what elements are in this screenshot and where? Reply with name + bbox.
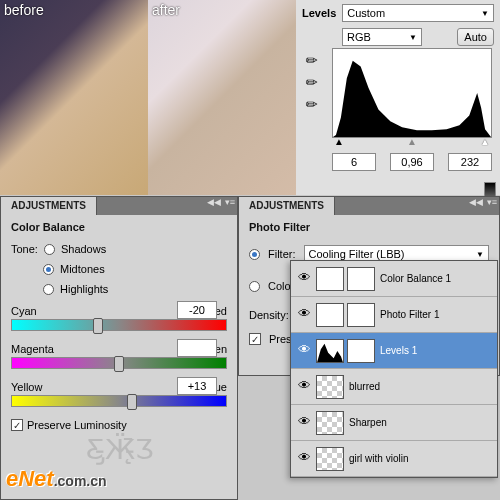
auto-button[interactable]: Auto — [457, 28, 494, 46]
levels-preset-value: Custom — [347, 7, 385, 19]
preserve-luminosity-checkbox[interactable]: ✓ — [11, 419, 23, 431]
preserve-luminosity-checkbox[interactable]: ✓ — [249, 333, 261, 345]
white-eyedropper-icon[interactable]: ✎ — [299, 91, 324, 116]
midtones-radio[interactable] — [43, 264, 54, 275]
layer-row[interactable]: 👁 blurred — [291, 369, 497, 405]
layers-popup: 👁 Color Balance 1 👁 Photo Filter 1 👁 Lev… — [290, 260, 498, 478]
slider-thumb[interactable] — [93, 318, 103, 334]
filter-value: Cooling Filter (LBB) — [309, 248, 405, 260]
layer-row[interactable]: 👁 Sharpen — [291, 405, 497, 441]
highlights-radio[interactable] — [43, 284, 54, 295]
color-slider[interactable] — [11, 395, 227, 407]
layer-name: Color Balance 1 — [378, 273, 493, 284]
panel-tabbar: ADJUSTMENTS ◀◀ ▾≡ — [239, 197, 499, 215]
slider-left-label: Magenta — [11, 343, 54, 355]
chevron-down-icon: ▼ — [481, 9, 489, 18]
visibility-icon[interactable]: 👁 — [295, 270, 313, 288]
slider-thumb[interactable] — [127, 394, 137, 410]
chevron-down-icon: ▼ — [476, 250, 484, 259]
menu-icon[interactable]: ▾≡ — [225, 197, 235, 207]
preview-area: before after — [0, 0, 296, 195]
layer-mask[interactable] — [347, 339, 375, 363]
watermark: eNet.com.cn — [6, 466, 107, 492]
layer-row[interactable]: 👁 Levels 1 — [291, 333, 497, 369]
visibility-icon[interactable]: 👁 — [295, 378, 313, 396]
channel-value: RGB — [347, 31, 371, 43]
collapse-icon[interactable]: ◀◀ — [469, 197, 483, 207]
levels-panel: Levels Custom ▼ RGB ▼ Auto ✎ ✎ ✎ ▲ ▲ ▲ 6… — [296, 0, 500, 195]
before-label: before — [4, 2, 44, 18]
slider-value[interactable]: -20 — [177, 301, 217, 319]
layer-name: blurred — [347, 381, 493, 392]
layer-name: Levels 1 — [378, 345, 493, 356]
slider-left-label: Cyan — [11, 305, 37, 317]
layer-row[interactable]: 👁 Photo Filter 1 — [291, 297, 497, 333]
photo-filter-title: Photo Filter — [239, 215, 499, 239]
watermark-brand: eNet — [6, 466, 54, 491]
density-label: Density: — [249, 309, 289, 321]
color-balance-title: Color Balance — [1, 215, 237, 239]
collapse-icon[interactable]: ◀◀ — [207, 197, 221, 207]
watermark-suffix: .com.cn — [54, 473, 107, 489]
midtones-label: Midtones — [60, 263, 105, 275]
levels-title: Levels — [302, 7, 336, 19]
butterfly-icon: Ƹ̵̡Ӝ̵̨̄Ʒ — [86, 433, 154, 466]
preserve-luminosity-label: Preserve Luminosity — [27, 419, 127, 431]
layer-thumbnail[interactable] — [316, 375, 344, 399]
histogram-area: ▲ ▲ ▲ 6 0,96 232 — [332, 48, 492, 171]
slider-value[interactable]: +13 — [177, 377, 217, 395]
layer-thumbnail[interactable] — [316, 447, 344, 471]
layer-name: Sharpen — [347, 417, 493, 428]
after-image: after — [148, 0, 296, 195]
layer-name: Photo Filter 1 — [378, 309, 493, 320]
visibility-icon[interactable]: 👁 — [295, 414, 313, 432]
slider-value[interactable] — [177, 339, 217, 357]
adjustments-tab[interactable]: ADJUSTMENTS — [1, 197, 97, 215]
layer-row[interactable]: 👁 Color Balance 1 — [291, 261, 497, 297]
color-slider[interactable] — [11, 319, 227, 331]
menu-icon[interactable]: ▾≡ — [487, 197, 497, 207]
before-image: before — [0, 0, 148, 195]
shadows-radio[interactable] — [44, 244, 55, 255]
layer-thumbnail[interactable] — [316, 411, 344, 435]
histogram[interactable] — [332, 48, 492, 138]
panel-tabbar: ADJUSTMENTS ◀◀ ▾≡ — [1, 197, 237, 215]
input-gamma-value[interactable]: 0,96 — [390, 153, 434, 171]
channel-select[interactable]: RGB ▼ — [342, 28, 422, 46]
visibility-icon[interactable]: 👁 — [295, 306, 313, 324]
layer-thumbnail[interactable] — [316, 339, 344, 363]
slider-left-label: Yellow — [11, 381, 42, 393]
shadows-label: Shadows — [61, 243, 106, 255]
layer-mask[interactable] — [347, 303, 375, 327]
adjustments-tab[interactable]: ADJUSTMENTS — [239, 197, 335, 215]
filter-radio[interactable] — [249, 249, 260, 260]
after-label: after — [152, 2, 180, 18]
highlights-label: Highlights — [60, 283, 108, 295]
color-radio[interactable] — [249, 281, 260, 292]
input-black-value[interactable]: 6 — [332, 153, 376, 171]
visibility-icon[interactable]: 👁 — [295, 450, 313, 468]
layer-mask[interactable] — [347, 267, 375, 291]
eyedropper-group: ✎ ✎ ✎ — [302, 52, 322, 112]
filter-label: Filter: — [268, 248, 296, 260]
input-white-value[interactable]: 232 — [448, 153, 492, 171]
chevron-down-icon: ▼ — [409, 33, 417, 42]
tone-label: Tone: — [11, 243, 38, 255]
color-slider[interactable] — [11, 357, 227, 369]
layer-thumbnail[interactable] — [316, 267, 344, 291]
layer-row[interactable]: 👁 girl with violin — [291, 441, 497, 477]
visibility-icon[interactable]: 👁 — [295, 342, 313, 360]
levels-preset-select[interactable]: Custom ▼ — [342, 4, 494, 22]
layer-thumbnail[interactable] — [316, 303, 344, 327]
slider-thumb[interactable] — [114, 356, 124, 372]
layer-name: girl with violin — [347, 453, 493, 464]
